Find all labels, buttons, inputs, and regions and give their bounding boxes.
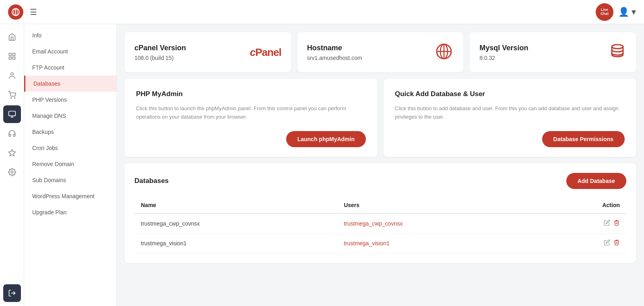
info-card-hostname: Hostname srv1.amusedhost.com: [297, 32, 464, 72]
phpmyadmin-description: Click this button to launch the phpMyAdm…: [136, 105, 366, 121]
sidebar-item-cron-jobs[interactable]: Cron Jobs: [24, 140, 116, 156]
edit-icon[interactable]: [604, 220, 610, 228]
edit-icon[interactable]: [604, 239, 610, 247]
databases-title: Databases: [134, 177, 169, 185]
info-card-mysql-text: Mysql Version 8.0.32: [479, 44, 528, 61]
sidebar-item-ftp-account[interactable]: FTP Account: [24, 60, 116, 76]
databases-table: Name Users Action trustmega_cwp_covnsx t…: [134, 197, 626, 253]
hostname-value: srv1.amusedhost.com: [307, 55, 362, 61]
info-card-hostname-text: Hostname srv1.amusedhost.com: [307, 44, 362, 61]
sidebar-item-manage-dns[interactable]: Manage DNS: [24, 108, 116, 124]
quickadd-description: Click this button to add database and us…: [395, 105, 625, 121]
svg-point-20: [612, 45, 623, 49]
main-content: cPanel Version 108.0 (build 15) cPanel H…: [117, 24, 644, 306]
cpanel-version-value: 108.0 (build 15): [134, 55, 186, 61]
panel-cards-row: PHP MyAdmin Click this button to launch …: [125, 79, 636, 157]
databases-section: Databases Add Database Name Users Action…: [125, 163, 636, 263]
db-user-link[interactable]: trustmega_vision1: [344, 240, 390, 246]
action-icons: [547, 220, 620, 228]
info-card-mysql: Mysql Version 8.0.32: [470, 32, 636, 72]
hamburger-icon[interactable]: ☰: [30, 7, 37, 17]
navbar-left: ☰: [8, 4, 37, 20]
sidebar-item-php-versions[interactable]: PHP Versions: [24, 92, 116, 108]
cpanel-logo-icon: cPanel: [250, 46, 281, 59]
main-layout: Info Email Account FTP Account Databases…: [0, 24, 644, 306]
table-header-row: Name Users Action: [134, 197, 626, 214]
table-row: trustmega_cwp_covnsx trustmega_cwp_covns…: [134, 214, 626, 234]
sidebar-icon-user[interactable]: [3, 67, 21, 84]
navbar: ☰ LiveChat 👤 ▾: [0, 0, 644, 24]
phpmyadmin-title: PHP MyAdmin: [136, 90, 366, 98]
action-icons: [547, 239, 620, 247]
navbar-right: LiveChat 👤 ▾: [596, 3, 636, 21]
phpmyadmin-footer: Launch phpMyAdmin: [136, 131, 366, 147]
sidebar-item-info[interactable]: Info: [24, 27, 116, 43]
sidebar-item-backups[interactable]: Backups: [24, 124, 116, 140]
hostname-title: Hostname: [307, 44, 362, 52]
globe-icon: [434, 42, 454, 63]
icon-sidebar: [0, 24, 24, 306]
svg-rect-3: [9, 53, 11, 56]
svg-rect-6: [12, 57, 15, 60]
live-chat-button[interactable]: LiveChat: [596, 3, 613, 21]
sidebar-icon-star[interactable]: [3, 144, 21, 162]
svg-rect-5: [9, 57, 11, 60]
sidebar-icon-cart[interactable]: [3, 86, 21, 104]
logo[interactable]: [8, 4, 23, 20]
cpanel-version-title: cPanel Version: [134, 44, 186, 52]
svg-marker-13: [8, 150, 15, 156]
sidebar-item-remove-domain[interactable]: Remove Domain: [24, 156, 116, 172]
database-permissions-button[interactable]: Database Permissions: [542, 131, 625, 147]
delete-icon[interactable]: [613, 220, 620, 228]
info-card-cpanel-text: cPanel Version 108.0 (build 15): [134, 44, 186, 61]
sidebar-icon-headset[interactable]: [3, 125, 21, 142]
db-user-link[interactable]: trustmega_cwp_covnsx: [344, 220, 402, 227]
sidebar-item-upgrade-plan[interactable]: Upgrade Plan: [24, 204, 116, 220]
db-name-cell: trustmega_cwp_covnsx: [134, 214, 337, 234]
col-action: Action: [540, 197, 626, 214]
text-sidebar: Info Email Account FTP Account Databases…: [24, 24, 117, 306]
db-name-cell: trustmega_vision1: [134, 233, 337, 253]
sidebar-item-email-account[interactable]: Email Account: [24, 43, 116, 60]
sidebar-icon-grid[interactable]: [3, 47, 21, 65]
table-row: trustmega_vision1 trustmega_vision1: [134, 233, 626, 253]
sidebar-icon-monitor[interactable]: [3, 105, 21, 123]
delete-icon[interactable]: [613, 239, 620, 247]
mysql-version-value: 8.0.32: [479, 55, 528, 61]
db-user-cell[interactable]: trustmega_vision1: [337, 233, 540, 253]
svg-rect-10: [8, 111, 15, 116]
mysql-version-title: Mysql Version: [479, 44, 528, 52]
svg-point-14: [11, 171, 13, 173]
db-action-cell: [540, 214, 626, 234]
svg-point-9: [14, 98, 15, 99]
add-database-button[interactable]: Add Database: [566, 173, 626, 189]
quickadd-title: Quick Add Database & User: [395, 90, 625, 98]
db-action-cell: [540, 233, 626, 253]
col-users: Users: [337, 197, 540, 214]
sidebar-item-sub-domains[interactable]: Sub Domains: [24, 172, 116, 188]
info-cards-row: cPanel Version 108.0 (build 15) cPanel H…: [125, 32, 636, 72]
sidebar-icon-settings[interactable]: [3, 163, 21, 181]
sidebar-icon-logout[interactable]: [3, 284, 21, 302]
sidebar-item-wordpress[interactable]: WordPress Management: [24, 188, 116, 204]
panel-card-quickadd: Quick Add Database & User Click this but…: [384, 79, 636, 157]
panel-card-phpmyadmin: PHP MyAdmin Click this button to launch …: [125, 79, 377, 157]
svg-point-7: [10, 73, 13, 76]
db-user-cell[interactable]: trustmega_cwp_covnsx: [337, 214, 540, 234]
col-name: Name: [134, 197, 337, 214]
database-icon: [609, 43, 626, 62]
sidebar-item-databases[interactable]: Databases: [24, 76, 116, 92]
svg-point-8: [10, 98, 11, 99]
launch-phpmyadmin-button[interactable]: Launch phpMyAdmin: [286, 131, 366, 147]
databases-section-header: Databases Add Database: [134, 173, 626, 189]
quickadd-footer: Database Permissions: [395, 131, 625, 147]
info-card-cpanel: cPanel Version 108.0 (build 15) cPanel: [125, 32, 291, 72]
sidebar-icon-home[interactable]: [3, 28, 21, 46]
user-menu-button[interactable]: 👤 ▾: [618, 7, 636, 17]
svg-rect-4: [12, 53, 15, 56]
